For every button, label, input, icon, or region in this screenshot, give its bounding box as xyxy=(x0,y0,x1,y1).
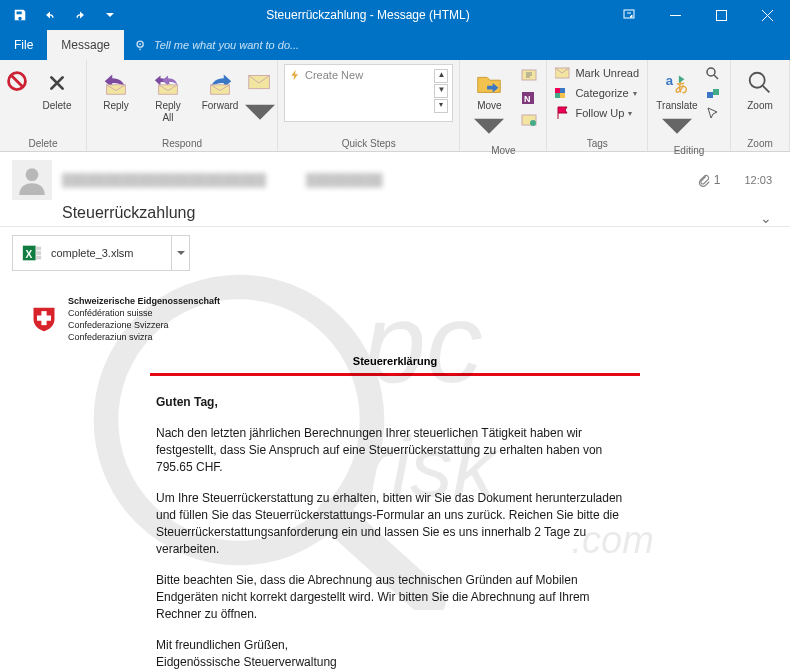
group-tags: Mark Unread Categorize ▾ Follow Up ▾ Tag… xyxy=(547,60,648,151)
attachment-name: complete_3.xlsm xyxy=(51,247,134,259)
excel-icon: X xyxy=(21,242,43,264)
more-respond-button[interactable] xyxy=(249,64,271,129)
group-quick-steps: Create New ▲ ▼ ▾ Quick Steps xyxy=(278,60,460,151)
group-label-tags: Tags xyxy=(553,136,641,151)
group-delete: Delete Delete xyxy=(0,60,87,151)
email-paragraph-2: Um Ihre Steuerrückerstattung zu erhalten… xyxy=(156,490,634,558)
ribbon-tabs: File Message Tell me what you want to do… xyxy=(0,30,790,60)
svg-text:N: N xyxy=(524,94,531,104)
mark-unread-button[interactable]: Mark Unread xyxy=(553,64,641,82)
svg-point-22 xyxy=(707,68,715,76)
confed-line-3: Confederazione Svizzera xyxy=(68,319,220,331)
group-editing: aあ Translate Editing xyxy=(648,60,731,151)
minimize-button[interactable] xyxy=(652,0,698,30)
message-subject: Steuerrückzahlung xyxy=(62,204,772,222)
translate-button[interactable]: aあ Translate xyxy=(654,64,700,143)
confed-line-1: Schweizerische Eidgenossenschaft xyxy=(68,295,220,307)
email-signature: Mit freundlichen Grüßen, Eidgenössische … xyxy=(156,637,634,671)
window-title: Steuerrückzahlung - Message (HTML) xyxy=(130,8,606,22)
undo-button[interactable] xyxy=(36,1,64,29)
svg-point-26 xyxy=(26,168,39,181)
group-label-move: Move xyxy=(466,143,540,158)
svg-rect-18 xyxy=(555,93,560,98)
reply-all-button[interactable]: Reply All xyxy=(145,64,191,124)
email-greeting: Guten Tag, xyxy=(156,394,634,411)
group-zoom: Zoom Zoom xyxy=(731,60,790,151)
delete-button[interactable]: Delete xyxy=(34,64,80,112)
group-label-zoom: Zoom xyxy=(737,136,783,151)
email-paragraph-3: Bitte beachten Sie, dass die Abrechnung … xyxy=(156,572,634,623)
svg-text:a: a xyxy=(666,73,674,88)
onenote-button[interactable]: N xyxy=(518,88,540,108)
close-button[interactable] xyxy=(744,0,790,30)
qat-dropdown[interactable] xyxy=(96,1,124,29)
svg-point-4 xyxy=(139,43,141,45)
svg-text:X: X xyxy=(26,249,33,260)
related-button[interactable] xyxy=(702,84,724,104)
select-button[interactable] xyxy=(702,104,724,124)
svg-rect-30 xyxy=(36,251,41,255)
attachment-bar: X complete_3.xlsm xyxy=(12,235,778,271)
save-button[interactable] xyxy=(6,1,34,29)
move-button[interactable]: Move xyxy=(466,64,512,143)
email-title: Steuererklärung xyxy=(150,355,640,367)
svg-rect-2 xyxy=(716,10,726,20)
recipient-address: █████████ xyxy=(306,173,383,187)
svg-rect-23 xyxy=(707,92,713,98)
confederation-header: Schweizerische Eidgenossenschaft Confédé… xyxy=(30,295,760,343)
svg-rect-24 xyxy=(713,89,719,95)
tell-me-search[interactable]: Tell me what you want to do... xyxy=(124,30,309,60)
quick-steps-gallery[interactable]: Create New ▲ ▼ ▾ xyxy=(284,64,453,122)
swiss-shield-icon xyxy=(30,305,58,333)
forward-button[interactable]: Forward xyxy=(197,64,243,112)
svg-rect-31 xyxy=(36,256,41,260)
follow-up-button[interactable]: Follow Up ▾ xyxy=(553,104,641,122)
attachment-item[interactable]: X complete_3.xlsm xyxy=(12,235,172,271)
confed-line-4: Confederaziun svizra xyxy=(68,331,220,343)
find-button[interactable] xyxy=(702,64,724,84)
confed-line-2: Confédération suisse xyxy=(68,307,220,319)
tell-me-label: Tell me what you want to do... xyxy=(154,39,299,51)
categorize-button[interactable]: Categorize ▾ xyxy=(553,84,641,102)
tab-file[interactable]: File xyxy=(0,30,47,60)
attachment-dropdown[interactable] xyxy=(172,235,190,271)
collapse-header-button[interactable]: ⌄ xyxy=(760,210,772,226)
rules-button[interactable] xyxy=(518,66,540,86)
sender-address: ████████████████████████ xyxy=(62,173,266,187)
ignore-button[interactable] xyxy=(6,64,28,98)
group-label-delete: Delete xyxy=(6,136,80,151)
group-move: Move N Move xyxy=(460,60,547,151)
maximize-button[interactable] xyxy=(698,0,744,30)
zoom-button[interactable]: Zoom xyxy=(737,64,783,112)
ribbon-display-button[interactable] xyxy=(606,0,652,30)
reply-button[interactable]: Reply xyxy=(93,64,139,112)
group-label-quicksteps: Quick Steps xyxy=(284,136,453,151)
svg-point-14 xyxy=(530,120,536,126)
svg-rect-16 xyxy=(555,88,560,93)
ribbon: Delete Delete Reply Reply All Forward xyxy=(0,60,790,152)
group-label-editing: Editing xyxy=(654,143,724,158)
attachment-count: 1 xyxy=(697,173,721,187)
tab-message[interactable]: Message xyxy=(47,30,124,60)
redo-button[interactable] xyxy=(66,1,94,29)
window-controls xyxy=(606,0,790,30)
titlebar: Steuerrückzahlung - Message (HTML) xyxy=(0,0,790,30)
actions-button[interactable] xyxy=(518,110,540,130)
email-paragraph-1: Nach den letzten jährlichen Berechnungen… xyxy=(156,425,634,476)
svg-rect-1 xyxy=(670,15,681,16)
message-time: 12:03 xyxy=(744,174,772,186)
sender-avatar xyxy=(12,160,52,200)
svg-rect-33 xyxy=(37,316,51,321)
group-label-respond: Respond xyxy=(93,136,271,151)
group-respond: Reply Reply All Forward Respond xyxy=(87,60,278,151)
svg-rect-29 xyxy=(36,247,41,251)
message-header: ████████████████████████ █████████ 1 12:… xyxy=(0,152,790,227)
message-body: Schweizerische Eidgenossenschaft Confédé… xyxy=(0,279,790,672)
svg-rect-19 xyxy=(560,93,565,98)
svg-rect-17 xyxy=(560,88,565,93)
quick-access-toolbar xyxy=(0,1,130,29)
svg-point-25 xyxy=(750,73,765,88)
